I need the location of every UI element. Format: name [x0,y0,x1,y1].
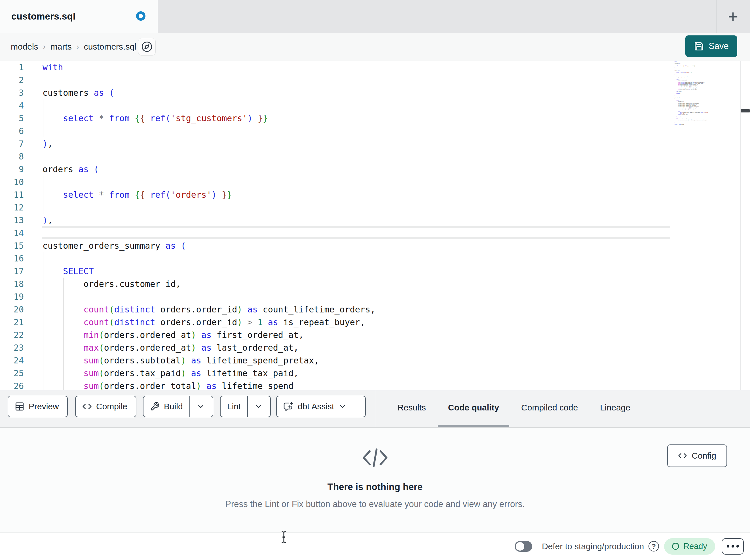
code-line[interactable] [42,227,375,240]
tab-lineage[interactable]: Lineage [590,390,640,427]
code-line[interactable]: sum(orders.tax_paid) as lifetime_tax_pai… [42,367,375,379]
code-line[interactable]: ), [42,138,375,150]
code-line[interactable]: min(orders.ordered_at) as first_ordered_… [42,329,375,341]
line-number: 25 [0,367,24,379]
code-line[interactable]: customers as ( [42,86,375,99]
dbt-assist-label: dbt Assist [298,402,334,411]
tab-bar-divider [716,0,716,33]
code-line[interactable] [42,74,375,86]
tab-compiled-code[interactable]: Compiled code [511,390,588,427]
code-icon [82,402,92,411]
unsaved-changes-dot-icon [136,11,145,21]
line-number: 4 [0,99,24,112]
code-line[interactable]: ), [42,214,375,227]
breadcrumb-models[interactable]: models [11,42,38,51]
code-line[interactable]: sum(orders.subtotal) as lifetime_spend_p… [42,354,375,367]
editor-gutter[interactable]: 1234567891011121314151617181920212223242… [0,61,24,390]
help-glyph: ? [652,542,656,551]
code-line[interactable] [42,125,375,138]
build-split-button: Build [143,396,213,417]
more-options-button[interactable] [722,538,744,555]
build-dropdown-button[interactable] [190,396,212,417]
defer-toggle[interactable] [515,541,532,552]
code-line[interactable]: select * from {{ ref('stg_customers') }} [42,112,375,125]
results-panel-tabs: Results Code quality Compiled code Linea… [376,390,640,427]
code-quality-panel: There is nothing here Press the Lint or … [0,428,750,532]
ellipsis-icon [732,545,734,547]
build-label: Build [164,402,183,411]
code-line[interactable]: select * from {{ ref('orders') }} [42,188,375,201]
chevron-down-icon [338,402,347,411]
code-line[interactable] [42,99,375,112]
ready-label: Ready [683,542,707,551]
tab-code-quality[interactable]: Code quality [438,390,509,427]
line-number: 26 [0,379,24,390]
dbt-assist-button[interactable]: dbt Assist [276,396,366,417]
empty-state-code-icon [0,445,750,471]
code-line[interactable] [42,175,375,188]
editor-scrollbar-thumb[interactable] [741,109,750,112]
code-line[interactable]: select * from joined [675,124,740,125]
code-line[interactable]: count(distinct orders.order_id) as count… [42,303,375,316]
ellipsis-icon [736,545,739,547]
code-line[interactable]: sum(orders.order_total) as lifetime_spen… [42,379,375,390]
indent-guide [43,252,43,390]
line-number: 20 [0,303,24,316]
code-editor[interactable]: 1234567891011121314151617181920212223242… [0,61,750,390]
chevron-down-icon [197,402,205,411]
help-icon[interactable]: ? [649,541,659,552]
config-label: Config [692,451,716,461]
line-number: 13 [0,214,24,227]
line-number: 6 [0,125,24,138]
editor-code[interactable]: withcustomers as ( select * from {{ ref(… [42,61,375,390]
line-number: 3 [0,86,24,99]
empty-state-subtitle: Press the Lint or Fix button above to ev… [0,499,750,509]
line-number: 19 [0,290,24,303]
assist-chat-sparkle-icon [283,401,294,412]
tab-results[interactable]: Results [387,390,436,427]
code-line[interactable]: SELECT [42,265,375,277]
code-line[interactable]: count(distinct orders.order_id) > 1 as i… [42,316,375,329]
line-number: 9 [0,163,24,175]
line-number: 14 [0,227,24,240]
compile-label: Compile [96,402,127,411]
new-tab-button[interactable]: + [717,0,749,33]
indent-guide [63,277,64,390]
breadcrumb-customers-sql[interactable]: customers.sql [84,42,136,51]
save-button[interactable]: Save [685,36,737,57]
editor-minimap[interactable]: withcustomers as ( select * from {{ ref(… [675,61,740,390]
code-line[interactable] [42,252,375,265]
compile-button-content: Compile [76,396,134,417]
defer-label: Defer to staging/production [542,542,644,551]
build-button[interactable]: Build [143,396,190,417]
code-line[interactable]: with [42,61,375,74]
compile-button[interactable]: Compile [75,396,136,417]
code-line[interactable] [42,290,375,303]
line-number: 23 [0,341,24,354]
tab-customers-sql[interactable]: customers.sql [0,0,158,33]
breadcrumb: models › marts › customers.sql [11,33,136,61]
code-line[interactable]: max(orders.ordered_at) as last_ordered_a… [42,341,375,354]
code-line[interactable] [42,150,375,163]
breadcrumb-separator: › [43,42,46,51]
plus-icon: + [728,8,738,25]
code-line[interactable] [42,201,375,214]
lint-button[interactable]: Lint [221,396,247,417]
reveal-in-explorer-button[interactable] [138,38,156,56]
line-number: 5 [0,112,24,125]
ide-status-badge[interactable]: Ready [664,538,715,555]
config-button[interactable]: Config [667,444,727,467]
lint-split-button: Lint [220,396,271,417]
lint-dropdown-button[interactable] [248,396,269,417]
code-icon [678,451,687,460]
code-line[interactable]: customer_orders_summary as ( [42,240,375,252]
code-line[interactable]: orders.customer_id, [42,277,375,290]
breadcrumb-marts[interactable]: marts [51,42,72,51]
ellipsis-icon [727,545,729,547]
preview-button[interactable]: Preview [8,396,68,417]
code-line[interactable]: orders as ( [42,163,375,175]
lint-label: Lint [227,402,241,411]
wrench-icon [150,402,160,411]
breadcrumb-bar: models › marts › customers.sql Save [0,33,750,61]
minimap-content: withcustomers as ( select * from {{ ref(… [675,61,740,125]
